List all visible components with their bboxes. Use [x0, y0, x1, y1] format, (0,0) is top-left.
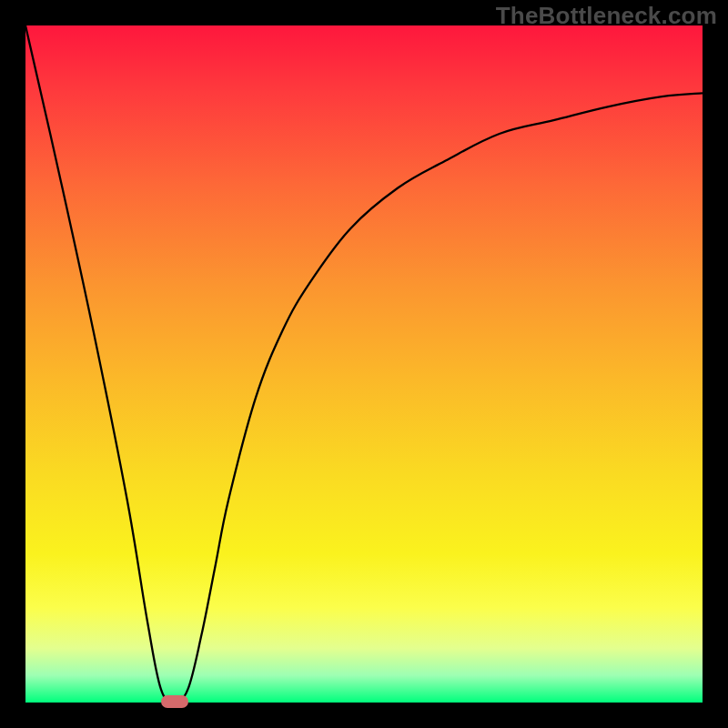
- chart-plot-area: [25, 25, 703, 703]
- chart-frame: TheBottleneck.com: [0, 0, 728, 728]
- optimal-point-marker: [161, 695, 188, 708]
- watermark-text: TheBottleneck.com: [496, 2, 717, 30]
